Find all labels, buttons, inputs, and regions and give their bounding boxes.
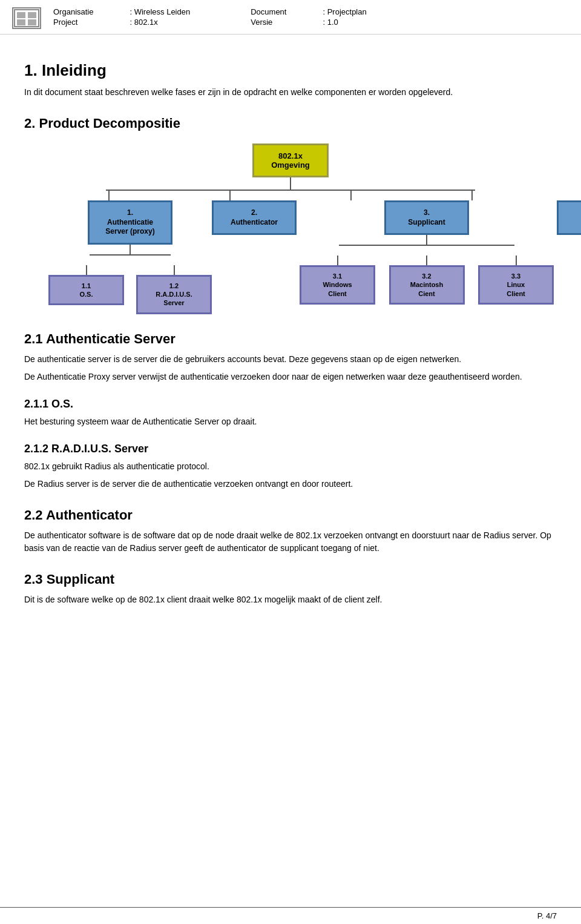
project-label: Project <box>53 18 93 27</box>
l1-hconn-drops <box>48 191 533 200</box>
radius-drop: 1.2R.A.D.I.U.S.Server <box>136 265 212 314</box>
section2-heading: 2. Product Decompositie <box>24 116 557 131</box>
authenticator-col: 2.Authenticator <box>212 200 297 314</box>
org-value: : Wireless Leiden <box>130 7 190 16</box>
org-label: Organisatie <box>53 7 93 16</box>
section1-heading: 1. Inleiding <box>24 61 557 80</box>
svg-rect-1 <box>17 12 25 18</box>
macintosh-cient-node: 3.2MacintoshCient <box>389 265 465 305</box>
l1-nodes-row: 1.AuthenticatieServer (proxy) 1.1O.S. <box>48 200 533 314</box>
section2-1-2-intro: 802.1x gebruikt Radius als authenticatie… <box>24 460 557 473</box>
version-value: : 1.0 <box>323 18 366 27</box>
root-vline <box>290 177 291 190</box>
root-node: 802.1xOmgeving <box>252 144 329 177</box>
svg-rect-2 <box>17 19 25 25</box>
windows-client-node: 3.1WindowsClient <box>300 265 375 305</box>
supplicant-node: 3.Supplicant <box>384 200 469 235</box>
supplicant-l2-wrapper: 3.1WindowsClient 3.2MacintoshCient <box>300 235 554 305</box>
page-number: P. 4/7 <box>537 911 557 920</box>
auth-server-l2-wrapper: 1.1O.S. 1.2R.A.D.I.U.S.Server <box>48 245 212 314</box>
version-label: Versie <box>251 18 286 27</box>
gateway-drop <box>412 191 533 200</box>
section2-3-body: Dit is de software welke op de 802.1x cl… <box>24 593 557 606</box>
section2-1-1-body: Het besturing systeem waar de Authentica… <box>24 415 557 428</box>
doc-value: : Projectplan <box>323 7 366 16</box>
linux-drop: 3.3LinuxClient <box>478 256 554 305</box>
main-content: 1. Inleiding In dit document staat besch… <box>0 35 581 647</box>
document-header: Organisatie Project : Wireless Leiden : … <box>0 0 581 35</box>
radius-node: 1.2R.A.D.I.U.S.Server <box>136 275 212 314</box>
section2-3-heading: 2.3 Supplicant <box>24 572 557 587</box>
auth-server-drop <box>48 191 169 200</box>
gateway-col: 4.Gateway <box>557 200 581 314</box>
supplicant-drop <box>290 191 412 200</box>
l1-hconn <box>48 190 533 191</box>
project-value: : 802.1x <box>130 18 190 27</box>
auth-server-node: 1.AuthenticatieServer (proxy) <box>88 200 172 245</box>
authenticator-node: 2.Authenticator <box>212 200 297 235</box>
gateway-node: 4.Gateway <box>557 200 581 235</box>
section1-body: In dit document staat beschreven welke f… <box>24 86 557 99</box>
section2-1-2-heading: 2.1.2 R.A.D.I.U.S. Server <box>24 443 557 455</box>
header-info: Organisatie Project : Wireless Leiden : … <box>53 7 367 27</box>
section2-1-1-heading: 2.1.1 O.S. <box>24 398 557 411</box>
svg-rect-4 <box>28 19 36 25</box>
svg-rect-3 <box>28 12 36 18</box>
section2-1-body1: De authenticatie server is de server die… <box>24 353 557 366</box>
linux-client-node: 3.3LinuxClient <box>478 265 554 305</box>
section2-1-body2: De Authenticatie Proxy server verwijst d… <box>24 371 557 383</box>
section2-2-body: De authenticator software is de software… <box>24 529 557 555</box>
os-drop: 1.1O.S. <box>48 265 124 314</box>
section2-1-2-body: De Radius server is de server die de aut… <box>24 478 557 490</box>
logo <box>12 7 41 29</box>
doc-label: Document <box>251 7 286 16</box>
windows-drop: 3.1WindowsClient <box>300 256 375 305</box>
authenticator-drop <box>169 191 290 200</box>
macintosh-drop: 3.2MacintoshCient <box>389 256 465 305</box>
page-footer: P. 4/7 <box>0 907 581 924</box>
os-node: 1.1O.S. <box>48 275 124 306</box>
auth-server-col: 1.AuthenticatieServer (proxy) 1.1O.S. <box>48 200 212 314</box>
supplicant-col: 3.Supplicant 3.1WindowsClient <box>297 200 557 314</box>
section2-2-heading: 2.2 Authenticator <box>24 507 557 523</box>
product-decomposition-diagram: 802.1xOmgeving <box>24 144 557 314</box>
section2-1-heading: 2.1 Authenticatie Server <box>24 331 557 347</box>
